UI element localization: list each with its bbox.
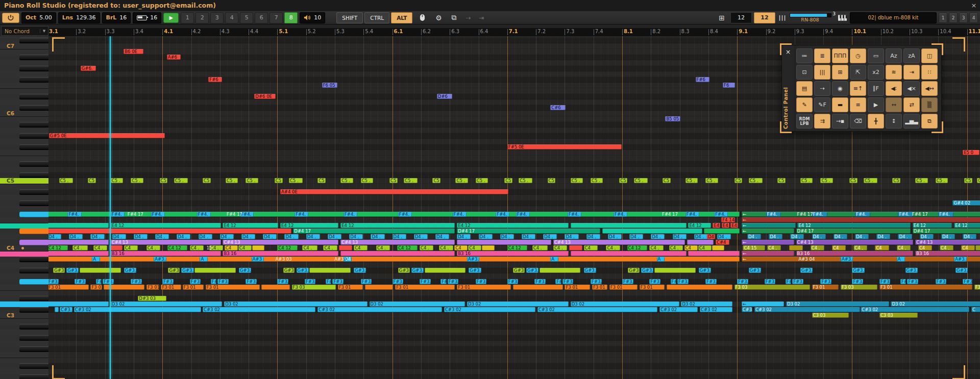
note[interactable]: C4 12: [507, 245, 528, 250]
play-button[interactable]: ▶: [163, 13, 179, 23]
note[interactable]: A#3.: [467, 257, 479, 262]
piano-key-white[interactable]: [0, 318, 48, 324]
note[interactable]: E4 12: [913, 223, 952, 228]
note[interactable]: C4 .: [376, 245, 390, 250]
note[interactable]: F#3.: [852, 279, 863, 284]
cp-stretch-icon[interactable]: ↔: [886, 97, 902, 112]
note[interactable]: C4 .: [420, 245, 433, 250]
note[interactable]: C4: [961, 245, 975, 250]
note[interactable]: C4: [875, 245, 889, 250]
black-key-cap[interactable]: [19, 374, 48, 379]
note[interactable]: [688, 251, 739, 256]
note[interactable]: F3 01: [90, 285, 102, 290]
note[interactable]: G#3.: [411, 268, 424, 273]
black-key-cap[interactable]: [19, 363, 48, 369]
note[interactable]: C5: [663, 178, 671, 183]
note[interactable]: B3 16: [796, 251, 914, 256]
black-key-cap[interactable]: [19, 307, 48, 313]
note[interactable]: F#3.: [103, 279, 114, 284]
note[interactable]: C5: [964, 178, 972, 183]
note[interactable]: D#4 17: [913, 229, 980, 234]
note[interactable]: D4 .: [306, 234, 320, 239]
note[interactable]: C5: [317, 178, 326, 183]
note[interactable]: F#3.: [649, 279, 660, 284]
note[interactable]: D#4 17: [457, 229, 600, 234]
note[interactable]: F#3.: [75, 279, 86, 284]
note[interactable]: C5: [160, 178, 168, 183]
cp-speaker-mute-icon[interactable]: ◀×: [903, 81, 920, 96]
note[interactable]: A#3.: [954, 257, 966, 262]
note[interactable]: C#3 02: [74, 307, 202, 312]
note[interactable]: D4 .: [790, 234, 804, 239]
piano-key-black[interactable]: [0, 324, 48, 330]
note[interactable]: D4 .: [694, 234, 708, 239]
note[interactable]: C#3.: [742, 307, 753, 312]
note[interactable]: F#: [900, 279, 906, 284]
note[interactable]: C5: [892, 178, 900, 183]
note[interactable]: B3 16: [457, 251, 569, 256]
note[interactable]: [48, 223, 109, 228]
note[interactable]: F#3.: [332, 279, 344, 284]
note[interactable]: C4 .: [439, 245, 453, 250]
note[interactable]: D4 .: [812, 234, 826, 239]
note[interactable]: D4 .: [69, 234, 83, 239]
barlength-field[interactable]: BrL 16: [102, 12, 131, 23]
cp-slide-arrow-icon[interactable]: ⇉: [814, 114, 830, 129]
cp-clock-icon[interactable]: ◷: [850, 48, 866, 63]
step-field[interactable]: 16: [133, 12, 161, 23]
note[interactable]: A#3 03: [275, 257, 303, 262]
note[interactable]: D4 .: [876, 234, 890, 239]
note[interactable]: C#3 02: [203, 307, 315, 312]
instrument-button[interactable]: [837, 13, 848, 23]
note[interactable]: F#3.: [562, 279, 574, 284]
note[interactable]: F3 01: [640, 285, 665, 290]
ruler-label-6.2[interactable]: 6.2: [423, 29, 431, 34]
note[interactable]: F#3.: [737, 279, 748, 284]
note[interactable]: C4: [354, 245, 368, 250]
note[interactable]: C#4 13: [111, 240, 221, 245]
note[interactable]: C5 .: [705, 178, 718, 183]
note[interactable]: [48, 301, 109, 307]
piano-key-white[interactable]: [0, 88, 48, 94]
note[interactable]: [48, 240, 109, 245]
note[interactable]: F6: [723, 83, 735, 88]
note[interactable]: D4 .: [177, 234, 190, 239]
note[interactable]: F#4.: [295, 212, 308, 217]
note[interactable]: C4 .: [767, 245, 781, 250]
note[interactable]: E4 12: [688, 223, 710, 228]
note[interactable]: C4 12: [397, 245, 418, 250]
note[interactable]: D3 02: [111, 301, 223, 307]
piano-key-white[interactable]: [0, 206, 48, 212]
pattern-slot-5[interactable]: 5: [240, 12, 253, 23]
black-key-cap[interactable]: [19, 335, 48, 341]
note[interactable]: D4 .: [220, 234, 234, 239]
ruler-label-4.2[interactable]: 4.2: [193, 29, 201, 34]
note[interactable]: F#3.: [190, 279, 201, 284]
note[interactable]: G#3.: [800, 268, 813, 273]
scroll-follow-icon[interactable]: ⇢: [462, 14, 474, 21]
note[interactable]: [482, 245, 494, 250]
note[interactable]: F#4 17: [226, 212, 251, 217]
cp-ruler-icon[interactable]: ▭: [868, 48, 884, 63]
note[interactable]: [261, 285, 289, 290]
note[interactable]: ←: [742, 251, 794, 256]
cp-clipboard-icon[interactable]: ⧉: [921, 114, 938, 129]
note[interactable]: [252, 245, 264, 250]
piano-key-black[interactable]: [0, 122, 48, 128]
note[interactable]: C5 .: [455, 178, 468, 183]
black-key-cap[interactable]: [19, 189, 48, 195]
cp-speaker-levels-icon[interactable]: ◀∶: [886, 81, 902, 96]
chord-selector[interactable]: No Chord ▼: [1, 26, 48, 36]
note[interactable]: [340, 251, 455, 256]
note[interactable]: F3 01: [395, 285, 455, 290]
mouse-tool-button[interactable]: [414, 13, 430, 23]
note[interactable]: C4: [698, 245, 712, 250]
note[interactable]: E4 12: [797, 223, 910, 228]
note[interactable]: C4: [832, 245, 846, 250]
note[interactable]: A#3.: [841, 257, 853, 262]
piano-key-white[interactable]: C6: [0, 111, 48, 116]
note[interactable]: [48, 257, 740, 262]
ruler-label-4.3[interactable]: 4.3: [222, 29, 230, 34]
note[interactable]: F3 01: [457, 285, 511, 290]
note[interactable]: F3 01: [161, 285, 181, 290]
